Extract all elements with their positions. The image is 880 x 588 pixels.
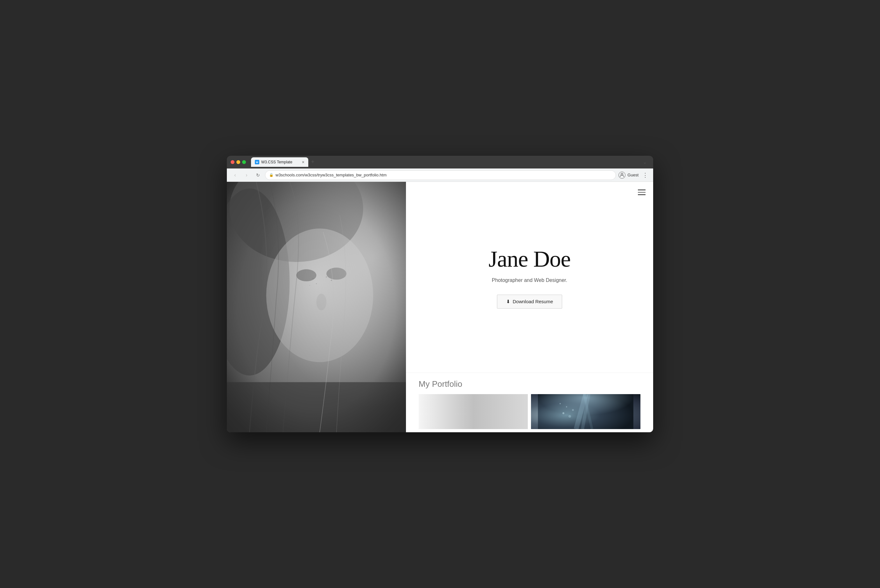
svg-point-14 bbox=[309, 285, 310, 286]
svg-rect-19 bbox=[474, 400, 499, 423]
svg-rect-20 bbox=[475, 402, 497, 421]
download-icon: ⬇ bbox=[506, 299, 510, 304]
portfolio-section: My Portfolio bbox=[406, 372, 653, 432]
reload-button[interactable]: ↻ bbox=[254, 171, 262, 180]
hamburger-line-2 bbox=[638, 192, 645, 193]
close-button[interactable] bbox=[231, 160, 235, 164]
traffic-lights bbox=[231, 160, 246, 164]
download-resume-button[interactable]: ⬇ Download Resume bbox=[497, 295, 563, 309]
svg-rect-16 bbox=[426, 394, 521, 429]
new-tab-button[interactable]: + bbox=[308, 158, 317, 166]
svg-point-28 bbox=[569, 415, 571, 418]
maximize-button[interactable] bbox=[242, 160, 246, 164]
browser-window: w W3.CSS Template × + ⌄ ‹ › ↻ 🔒 w3school… bbox=[227, 156, 653, 432]
address-text: w3schools.com/w3css/tryw3css_templates_b… bbox=[275, 172, 387, 177]
svg-point-30 bbox=[572, 409, 574, 411]
svg-rect-17 bbox=[432, 399, 470, 424]
hamburger-line-3 bbox=[638, 194, 645, 195]
tab-favicon: w bbox=[255, 160, 259, 164]
tab-close-button[interactable]: × bbox=[302, 160, 304, 164]
portfolio-title: My Portfolio bbox=[419, 379, 641, 389]
hero-name: Jane Doe bbox=[488, 246, 570, 272]
portfolio-grid bbox=[419, 394, 641, 429]
svg-point-10 bbox=[313, 278, 314, 279]
svg-point-11 bbox=[326, 276, 327, 278]
svg-rect-22 bbox=[437, 404, 465, 418]
download-label: Download Resume bbox=[513, 299, 553, 304]
hamburger-line-1 bbox=[638, 189, 645, 190]
titlebar: w W3.CSS Template × + ⌄ bbox=[227, 156, 653, 168]
profile-icon bbox=[618, 172, 626, 178]
back-button[interactable]: ‹ bbox=[231, 171, 239, 180]
hero-subtitle: Photographer and Web Designer. bbox=[492, 278, 567, 283]
tab-menu-button[interactable]: ⌄ bbox=[641, 158, 649, 166]
minimize-button[interactable] bbox=[236, 160, 240, 164]
svg-point-23 bbox=[443, 404, 459, 418]
active-tab[interactable]: w W3.CSS Template × bbox=[251, 158, 308, 167]
svg-rect-21 bbox=[502, 404, 518, 423]
forward-button[interactable]: › bbox=[242, 171, 251, 180]
hero-content: Jane Doe Photographer and Web Designer. … bbox=[406, 182, 653, 372]
profile-label: Guest bbox=[627, 172, 639, 177]
hamburger-menu-button[interactable] bbox=[636, 188, 647, 196]
svg-point-0 bbox=[621, 173, 623, 175]
svg-point-26 bbox=[563, 412, 564, 414]
address-bar[interactable]: 🔒 w3schools.com/w3css/tryw3css_templates… bbox=[265, 170, 616, 180]
tab-label: W3.CSS Template bbox=[261, 160, 300, 164]
lock-icon: 🔒 bbox=[269, 173, 274, 177]
content-section: Jane Doe Photographer and Web Designer. … bbox=[406, 182, 653, 432]
svg-rect-15 bbox=[227, 382, 406, 432]
svg-point-13 bbox=[331, 280, 332, 281]
svg-rect-18 bbox=[435, 402, 467, 421]
portfolio-thumb-1[interactable] bbox=[419, 394, 528, 429]
tab-bar: w W3.CSS Template × + bbox=[251, 156, 638, 168]
svg-point-27 bbox=[566, 406, 567, 408]
hero-photo bbox=[227, 182, 406, 432]
svg-point-29 bbox=[560, 403, 561, 404]
profile-area[interactable]: Guest bbox=[618, 172, 639, 178]
browser-toolbar: ‹ › ↻ 🔒 w3schools.com/w3css/tryw3css_tem… bbox=[227, 168, 653, 182]
page-content: Jane Doe Photographer and Web Designer. … bbox=[227, 182, 653, 432]
more-options-button[interactable]: ⋮ bbox=[641, 171, 649, 179]
svg-point-12 bbox=[316, 283, 317, 284]
portfolio-thumb-2[interactable] bbox=[531, 394, 641, 429]
